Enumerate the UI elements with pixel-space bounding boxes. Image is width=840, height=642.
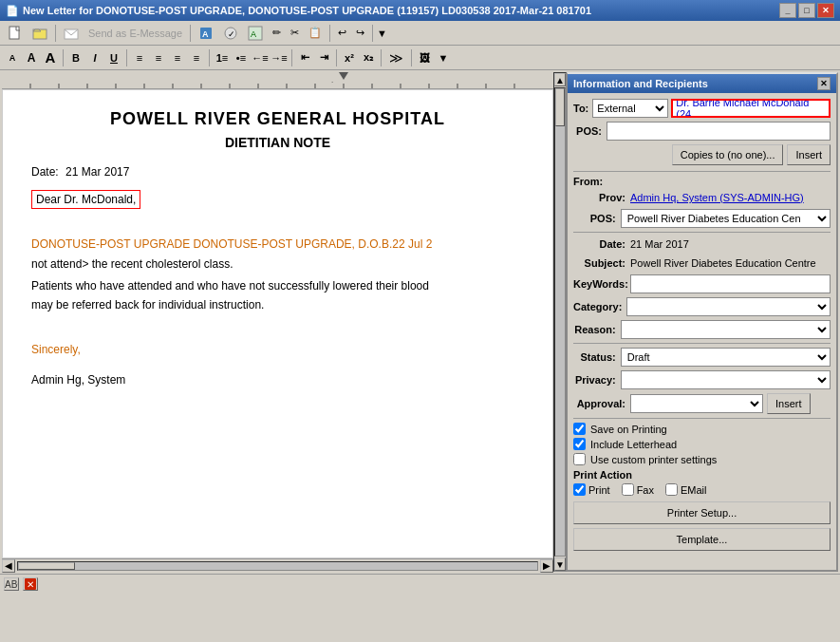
pos-from-select[interactable]: Powell River Diabetes Education Cen (621, 209, 831, 228)
v-scrollbar[interactable]: ▲ ▼ (553, 72, 567, 572)
keywords-input[interactable] (630, 274, 831, 293)
scroll-down-btn[interactable]: ▼ (554, 557, 566, 571)
insert-image[interactable]: 🖼 (416, 49, 433, 66)
right-panel-close-button[interactable]: ✕ (817, 77, 831, 90)
fax-checkbox[interactable] (622, 483, 634, 496)
format-btn2[interactable]: ✓ (219, 23, 242, 44)
new-button[interactable] (4, 23, 27, 44)
to-type-select[interactable]: External (592, 99, 668, 118)
cut-btn[interactable]: ✂ (287, 23, 303, 44)
to-recipient-value[interactable]: Dr. Barrie Michael McDonald (24 (671, 99, 831, 118)
body-line3: Patients who have attended and who have … (31, 277, 524, 295)
privacy-select[interactable] (621, 370, 831, 389)
minimize-button[interactable]: _ (779, 3, 796, 18)
text-right[interactable]: ⇥ (315, 49, 332, 66)
status-row: Status: Draft (573, 348, 831, 367)
superscript[interactable]: x² (341, 49, 358, 66)
scroll-left-btn[interactable]: ◀ (2, 559, 15, 573)
scroll-up-btn[interactable]: ▲ (554, 73, 566, 86)
font-size-large[interactable]: A (42, 49, 59, 66)
reason-select[interactable] (621, 320, 831, 339)
scroll-right-btn[interactable]: ▶ (540, 559, 553, 573)
spell-icon[interactable]: ABC (4, 577, 19, 591)
svg-text:✕: ✕ (27, 579, 34, 590)
template-button[interactable]: Template... (573, 528, 831, 551)
font-size-medium[interactable]: A (23, 49, 40, 66)
copy-btn[interactable]: 📋 (305, 23, 326, 44)
dropdown2[interactable]: ▼ (435, 49, 452, 66)
pos-label: POS: (573, 125, 607, 137)
redo-btn[interactable]: ↪ (352, 23, 368, 44)
body-patient: DONOTUSE-POST UPGRADE DONOTUSE-POST UPGR… (31, 236, 524, 254)
email-checkbox[interactable] (665, 483, 678, 496)
doc-author: Admin Hg, System (31, 373, 524, 387)
align-justify[interactable]: ≡ (188, 49, 205, 66)
sep-fmt5 (336, 49, 337, 66)
action-buttons: Printer Setup... Template... (573, 501, 831, 551)
print-label: Print (588, 484, 610, 496)
scroll-thumb[interactable] (18, 562, 75, 570)
h-scrollbar[interactable]: ◀ ▶ (2, 558, 553, 572)
sincerely: Sincerely, (31, 343, 524, 356)
open-button[interactable] (28, 23, 51, 44)
copies-button[interactable]: Copies to (no one)... (672, 144, 784, 165)
print-checkbox[interactable] (573, 483, 586, 496)
format-more[interactable]: ≫ (385, 47, 407, 68)
format-btn3[interactable]: A (244, 23, 267, 44)
v-scroll-track[interactable] (554, 87, 566, 557)
category-select[interactable] (626, 297, 831, 316)
subscript[interactable]: x₂ (360, 49, 377, 66)
send-email-button[interactable] (60, 23, 83, 44)
approval-select[interactable] (630, 394, 763, 413)
bold-button[interactable]: B (67, 49, 84, 66)
align-center[interactable]: ≡ (150, 49, 167, 66)
text-left[interactable]: ⇤ (296, 49, 313, 66)
undo-btn[interactable]: ↩ (334, 23, 350, 44)
maximize-button[interactable]: □ (798, 3, 815, 18)
app-icon: 📄 (6, 5, 19, 17)
svg-text:ABC: ABC (5, 579, 18, 590)
pos-from-label: POS: (573, 213, 621, 224)
prov-value[interactable]: Admin Hq, System (SYS-ADMIN-HG) (630, 190, 804, 205)
italic-button[interactable]: I (86, 49, 103, 66)
send-email-label[interactable]: Send as E-Message (84, 23, 186, 44)
main-area: . POWELL RIVER GENERAL HOSPITAL DIETITIA… (0, 70, 840, 574)
body-line4: may be referred back for individual inst… (31, 296, 524, 314)
reason-label: Reason: (573, 324, 621, 335)
sep-fmt1 (63, 49, 64, 66)
list-unordered[interactable]: •≡ (233, 49, 250, 66)
close-button[interactable]: ✕ (817, 3, 834, 18)
list-ordered[interactable]: 1≡ (214, 49, 231, 66)
ruler: . (2, 72, 553, 89)
dropdown-arrow[interactable]: ▼ (377, 28, 387, 39)
save-on-printing-checkbox[interactable] (573, 423, 586, 435)
v-scroll-thumb[interactable] (555, 88, 565, 126)
print-options-row: Print Fax EMail (573, 483, 831, 496)
status-select[interactable]: Draft (621, 348, 831, 367)
divider2 (573, 232, 831, 233)
keywords-label: KeyWords: (573, 278, 630, 290)
align-left[interactable]: ≡ (131, 49, 148, 66)
font-size-small[interactable]: A (4, 49, 21, 66)
align-right[interactable]: ≡ (169, 49, 186, 66)
doc-body: DONOTUSE-POST UPGRADE DONOTUSE-POST UPGR… (31, 236, 524, 314)
doc-date: Date: 21 Mar 2017 (31, 165, 524, 179)
indent-more[interactable]: →≡ (271, 49, 288, 66)
pos-input[interactable] (607, 122, 831, 141)
indent-less[interactable]: ←≡ (252, 49, 269, 66)
include-letterhead-checkbox[interactable] (573, 438, 586, 450)
printer-setup-button[interactable]: Printer Setup... (573, 501, 831, 524)
custom-printer-checkbox[interactable] (573, 453, 586, 465)
close-icon[interactable]: ✕ (23, 577, 38, 591)
svg-text:A: A (202, 29, 209, 39)
pencil-btn[interactable]: ✏ (269, 23, 285, 44)
right-panel-header: Information and Recipients ✕ (568, 74, 836, 93)
insert-button[interactable]: Insert (787, 144, 831, 165)
fax-option: Fax (622, 483, 654, 496)
scroll-track[interactable] (17, 561, 538, 571)
approval-insert-button[interactable]: Insert (767, 393, 811, 414)
sep-fmt2 (126, 49, 127, 66)
body-line2: not attend> the recent cholesterol class… (31, 255, 524, 274)
underline-button[interactable]: U (105, 49, 122, 66)
format-btn1[interactable]: A (195, 23, 217, 44)
